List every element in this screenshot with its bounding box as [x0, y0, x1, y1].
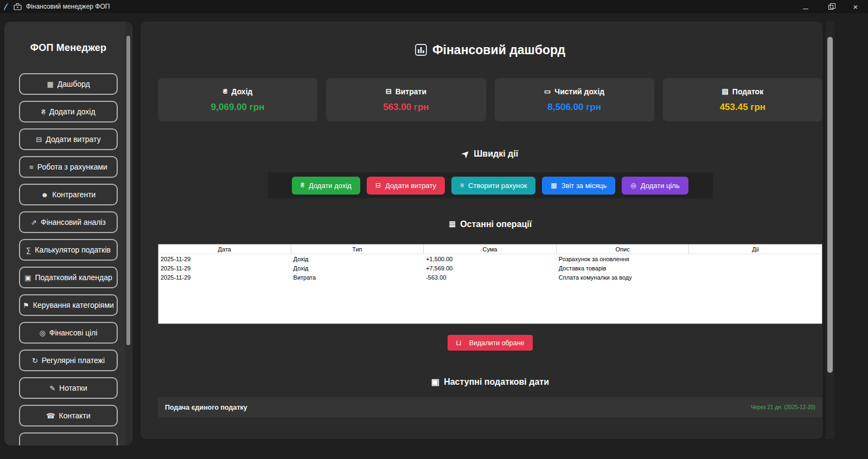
sidebar-item-tax-calculator[interactable]: ∑ Калькулятор податків [19, 239, 118, 261]
stat-value-tax: 453.45 грн [720, 102, 765, 113]
stat-card-income: ₴ Дохід 9,069.00 грн [158, 78, 317, 121]
stat-label: Витрати [395, 87, 426, 96]
tax-dates-title: ▣ Наступні податкові дати [158, 377, 822, 387]
minimize-button[interactable] [793, 0, 818, 13]
stat-label: Податок [732, 87, 763, 96]
stat-cards-row: ₴ Дохід 9,069.00 грн ⊟ Витрати 563.00 гр… [158, 78, 822, 121]
sidebar: ФОП Менеджер ▦ Дашборд ₴ Додати дохід ⊟ … [4, 22, 132, 445]
stat-card-tax: ▤ Податок 453.45 грн [663, 78, 822, 121]
restore-icon [828, 5, 833, 10]
sidebar-item-add-income[interactable]: ₴ Додати дохід [19, 101, 118, 122]
delete-selected-button[interactable]: ⊔ Видалити обране [448, 335, 532, 351]
calculator-icon: ∑ [26, 246, 31, 254]
tax-date-due: Через 21 дн. (2025-12-20) [751, 404, 815, 410]
users-icon: ☻ [41, 191, 49, 199]
stat-value-income: 9,069.00 грн [211, 102, 265, 113]
stat-label: Дохід [232, 87, 253, 96]
column-header-amount[interactable]: Сума [424, 244, 557, 254]
briefcase-icon [14, 3, 22, 10]
title-bar: Фінансовий менеджер ФОП × [0, 0, 868, 13]
quick-create-invoice-button[interactable]: ≡ Створити рахунок [451, 177, 535, 195]
sidebar-item-clipped[interactable] [19, 432, 118, 445]
tax-date-item: Подача єдиного податку Через 21 дн. (202… [158, 397, 822, 417]
sidebar-item-analysis[interactable]: ⇗ Фінансовий аналіз [19, 211, 118, 233]
sidebar-item-label: Дашборд [58, 80, 90, 88]
table-header: Дата Тип Сума Опис Дії [158, 244, 822, 254]
sidebar-item-categories[interactable]: ⚑ Керування категоріями [19, 294, 118, 316]
column-header-type[interactable]: Тип [291, 244, 424, 254]
column-header-description[interactable]: Опис [557, 244, 690, 254]
sidebar-item-label: Регулярні платежі [42, 356, 105, 365]
sidebar-item-add-expense[interactable]: ⊟ Додати витрату [19, 128, 118, 150]
restore-button[interactable] [818, 0, 843, 13]
sidebar-item-label: Контакти [59, 411, 90, 420]
main-scrollbar-thumb[interactable] [827, 37, 833, 373]
sidebar-item-contacts[interactable]: ☎ Контакти [19, 405, 118, 426]
sidebar-item-label: Нотатки [59, 384, 87, 392]
quick-actions-strip: ₴ Додати дохід ⊟ Додати витрату ≡ Створи… [268, 172, 713, 198]
dashboard-chart-icon [415, 44, 427, 56]
money-bag-icon: ₴ [301, 182, 304, 189]
bar-chart-icon: ▦ [551, 182, 557, 189]
sidebar-item-notes[interactable]: ✎ Нотатки [19, 377, 118, 399]
invoice-icon: ≡ [460, 182, 464, 189]
quick-add-goal-button[interactable]: ◎ Додати ціль [622, 177, 688, 195]
sidebar-item-goals[interactable]: ◎ Фінансові цілі [19, 322, 118, 344]
sidebar-item-label: Додати дохід [49, 107, 95, 116]
sidebar-item-label: Робота з рахунками [37, 163, 107, 171]
sidebar-item-label: Керування категоріями [33, 301, 114, 309]
sidebar-scrollbar-thumb[interactable] [126, 36, 130, 345]
table-row[interactable]: 2025-11-29 Дохід +7,569.00 Доставка това… [158, 263, 822, 273]
quick-add-expense-button[interactable]: ⊟ Додати витрату [367, 177, 445, 195]
quick-actions-title: ➤ Швидкі дії [158, 148, 822, 159]
tax-date-name: Подача єдиного податку [165, 404, 247, 411]
sidebar-item-invoices[interactable]: ≡ Робота з рахунками [19, 156, 118, 178]
rocket-icon: ➤ [459, 147, 473, 160]
credit-card-icon: ⊟ [375, 182, 381, 189]
banknote-icon: ▭ [544, 87, 551, 95]
sidebar-item-label: Фінансові цілі [49, 328, 98, 337]
close-icon: × [853, 3, 858, 11]
calendar-icon: ▣ [431, 377, 439, 387]
table-row[interactable]: 2025-11-29 Дохід +1,500.00 Розрахунок за… [158, 254, 822, 263]
credit-card-icon: ⊟ [386, 87, 392, 95]
sidebar-item-recurring[interactable]: ↻ Регулярні платежі [19, 350, 118, 371]
repeat-icon: ↻ [32, 357, 38, 365]
close-button[interactable]: × [843, 0, 868, 13]
target-icon: ◎ [39, 329, 45, 337]
receipt-icon: ▤ [722, 87, 729, 95]
calendar-icon: ▣ [24, 274, 31, 282]
invoice-icon: ≡ [29, 163, 34, 171]
sidebar-title: ФОП Менеджер [4, 42, 132, 54]
minimize-icon [803, 9, 808, 9]
sidebar-item-tax-calendar[interactable]: ▣ Податковий календар [19, 267, 118, 288]
sidebar-item-counterparties[interactable]: ☻ Контрагенти [19, 184, 118, 205]
tag-icon: ⚑ [23, 301, 29, 309]
money-bag-icon: ₴ [223, 87, 228, 95]
feather-icon [3, 3, 9, 11]
quick-month-report-button[interactable]: ▦ Звіт за місяць [542, 177, 615, 195]
column-header-date[interactable]: Дата [158, 244, 291, 254]
main-panel: Фінансовий дашборд ₴ Дохід 9,069.00 грн … [141, 22, 822, 439]
sidebar-item-dashboard[interactable]: ▦ Дашборд [19, 73, 118, 95]
stat-card-expenses: ⊟ Витрати 563.00 грн [326, 78, 486, 121]
stat-card-net-income: ▭ Чистий дохід 8,506.00 грн [495, 78, 654, 121]
stat-value-net-income: 8,506.00 грн [547, 102, 601, 113]
bar-chart-icon: ▦ [47, 80, 53, 88]
quick-add-income-button[interactable]: ₴ Додати дохід [292, 177, 360, 195]
money-bag-icon: ₴ [41, 108, 45, 116]
sidebar-item-label: Додати витрату [46, 135, 100, 144]
target-icon: ◎ [630, 182, 636, 189]
table-row[interactable]: 2025-11-29 Витрата -563.00 Сплата комуна… [158, 273, 822, 282]
clipboard-icon: ≣ [449, 219, 456, 230]
column-header-actions[interactable]: Дії [689, 244, 822, 254]
page-title: Фінансовий дашборд [158, 42, 822, 57]
sidebar-item-label: Калькулятор податків [35, 245, 111, 254]
stat-label: Чистий дохід [554, 87, 604, 96]
stat-value-expenses: 563.00 грн [383, 102, 429, 113]
operations-title: ≣ Останні операції [158, 219, 822, 230]
sidebar-item-label: Контрагенти [52, 190, 95, 199]
window-title: Фінансовий менеджер ФОП [26, 3, 110, 10]
credit-card-icon: ⊟ [36, 135, 42, 144]
operations-table: Дата Тип Сума Опис Дії 2025-11-29 Дохід … [158, 244, 822, 324]
